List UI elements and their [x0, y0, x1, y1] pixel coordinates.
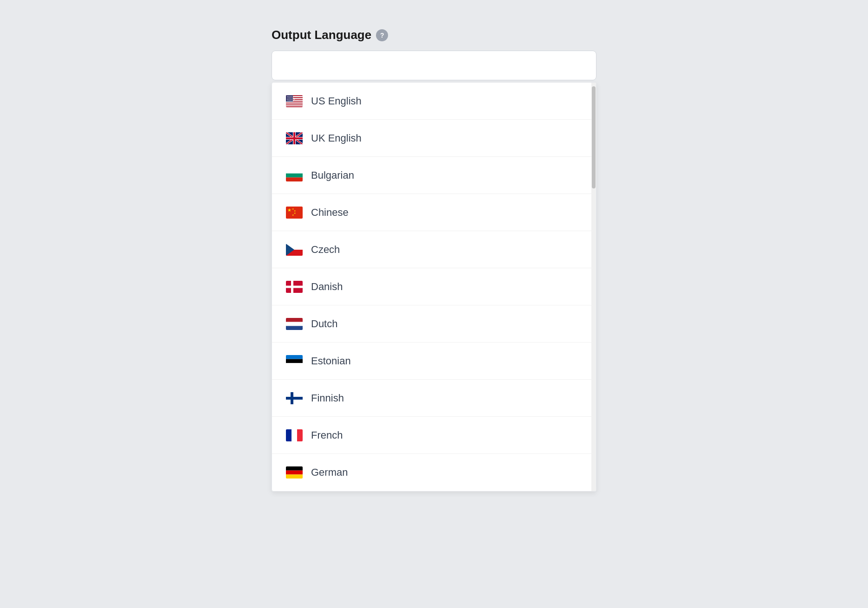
language-item-danish[interactable]: Danish — [272, 268, 591, 305]
language-item-finnish[interactable]: Finnish — [272, 380, 591, 417]
svg-rect-35 — [286, 285, 303, 288]
svg-rect-36 — [286, 318, 303, 322]
language-item-estonian[interactable]: Estonian — [272, 343, 591, 380]
flag-us: ★★★★★★ ★★★★★ ★★★★★★ ★★★★★ — [286, 95, 303, 107]
language-label-dutch: Dutch — [311, 318, 337, 330]
output-language-section: Output Language ? — [272, 28, 596, 492]
flag-fr — [286, 429, 303, 441]
svg-text:★: ★ — [287, 207, 291, 213]
svg-text:★★★★★: ★★★★★ — [287, 100, 294, 102]
scrollbar-track[interactable] — [591, 83, 596, 491]
language-item-czech[interactable]: Czech — [272, 231, 591, 268]
flag-cn: ★ ★ ★ ★ ★ — [286, 207, 303, 219]
flag-cz — [286, 244, 303, 256]
language-label-danish: Danish — [311, 281, 343, 293]
svg-rect-22 — [286, 173, 303, 177]
flag-bg — [286, 169, 303, 181]
svg-rect-39 — [286, 355, 303, 359]
svg-rect-50 — [286, 474, 303, 479]
flag-gb — [286, 132, 303, 144]
flag-dk — [286, 281, 303, 293]
language-label-us-english: US English — [311, 95, 362, 107]
svg-rect-47 — [297, 429, 303, 441]
flag-de — [286, 466, 303, 479]
language-items-container: ★★★★★★ ★★★★★ ★★★★★★ ★★★★★ US English — [272, 83, 591, 491]
svg-rect-41 — [286, 363, 303, 367]
svg-rect-44 — [286, 397, 303, 400]
language-label-bulgarian: Bulgarian — [311, 169, 354, 181]
language-item-chinese[interactable]: ★ ★ ★ ★ ★ Chinese — [272, 194, 591, 231]
svg-rect-4 — [286, 102, 303, 103]
language-label-finnish: Finnish — [311, 392, 344, 404]
language-item-french[interactable]: French — [272, 417, 591, 454]
svg-rect-23 — [286, 177, 303, 181]
language-item-uk-english[interactable]: UK English — [272, 120, 591, 157]
language-label-chinese: Chinese — [311, 207, 349, 219]
svg-rect-45 — [286, 429, 291, 441]
svg-rect-38 — [286, 326, 303, 330]
language-label-french: French — [311, 429, 343, 441]
language-item-us-english[interactable]: ★★★★★★ ★★★★★ ★★★★★★ ★★★★★ US English — [272, 83, 591, 120]
search-input[interactable] — [279, 61, 589, 71]
scrollbar-thumb[interactable] — [592, 86, 596, 188]
svg-rect-49 — [286, 471, 303, 475]
svg-rect-40 — [286, 359, 303, 363]
language-item-german[interactable]: German — [272, 454, 591, 491]
language-label-german: German — [311, 466, 348, 479]
svg-rect-46 — [291, 429, 297, 441]
flag-nl — [286, 318, 303, 330]
section-header: Output Language ? — [272, 28, 596, 42]
flag-fi — [286, 392, 303, 404]
language-item-dutch[interactable]: Dutch — [272, 305, 591, 343]
search-input-wrapper[interactable] — [272, 51, 596, 80]
svg-rect-5 — [286, 103, 303, 104]
language-label-uk-english: UK English — [311, 132, 362, 144]
section-title: Output Language — [272, 28, 371, 42]
svg-rect-48 — [286, 466, 303, 471]
help-icon[interactable]: ? — [376, 29, 388, 41]
svg-rect-6 — [286, 105, 303, 106]
language-label-czech: Czech — [311, 244, 340, 256]
language-item-bulgarian[interactable]: Bulgarian — [272, 157, 591, 194]
language-dropdown-list: ★★★★★★ ★★★★★ ★★★★★★ ★★★★★ US English — [272, 82, 596, 492]
flag-ee — [286, 355, 303, 367]
svg-rect-37 — [286, 322, 303, 326]
language-label-estonian: Estonian — [311, 355, 351, 367]
